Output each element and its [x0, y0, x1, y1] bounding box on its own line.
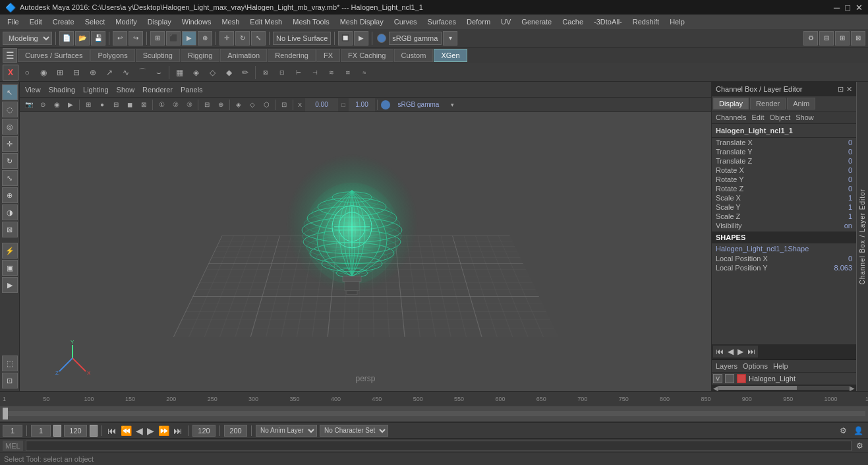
close-btn[interactable]: ✕	[855, 3, 863, 13]
vp-wire-shade-icon[interactable]: ⊟	[109, 98, 123, 111]
shelf-icon-mesh1[interactable]: ⊞	[52, 65, 68, 80]
select-tool-btn[interactable]: ↖	[2, 84, 18, 100]
range-max-input[interactable]	[224, 425, 247, 437]
menu-mesh-tools[interactable]: Mesh Tools	[288, 16, 333, 27]
vp-obj2-icon[interactable]: ◇	[246, 98, 259, 111]
layer-menu-layers[interactable]: Layers	[716, 362, 738, 370]
module-fx[interactable]: FX	[316, 49, 340, 62]
ch-translate-x[interactable]: Translate X 0	[712, 138, 856, 147]
history-btn[interactable]: ⚡	[2, 243, 18, 259]
render-view-btn[interactable]: ▣	[2, 260, 18, 276]
shelf-icon-mesh2[interactable]: ⊟	[69, 65, 84, 80]
module-custom[interactable]: Custom	[394, 49, 434, 62]
shelf-icon-deform2[interactable]: ≊	[340, 65, 356, 80]
attribute-editor-tab[interactable]: Channel Box / Layer Editor	[856, 82, 868, 391]
vp-menu-renderer[interactable]: Renderer	[142, 86, 173, 94]
layout-3-btn[interactable]: ⊠	[851, 31, 865, 46]
vp-scale-icon[interactable]: □	[339, 98, 348, 111]
current-frame-input[interactable]	[3, 425, 22, 437]
move-tool-btn[interactable]: ✛	[219, 31, 234, 46]
select-object-btn[interactable]: ▶	[182, 31, 196, 46]
ch-translate-z[interactable]: Translate Z 0	[712, 156, 856, 166]
viewport-3d[interactable]: persp Y X Z	[20, 112, 711, 391]
menu-surfaces[interactable]: Surfaces	[423, 16, 461, 27]
menu-windows[interactable]: Windows	[177, 16, 216, 27]
shelf-icon-arrow[interactable]: ↗	[101, 65, 117, 80]
playback-range-end[interactable]	[90, 425, 98, 437]
layer-menu-options[interactable]: Options	[743, 362, 768, 370]
pb-step-back[interactable]: ⏪	[119, 425, 133, 436]
char-set-select[interactable]: No Character Set	[320, 425, 388, 437]
ch-visibility[interactable]: Visibility on	[712, 221, 856, 230]
rotate-tool-left-btn[interactable]: ↻	[2, 153, 18, 169]
vp-translate-field[interactable]: 0.00	[305, 98, 338, 111]
shelf-icon-geo1[interactable]: ◈	[188, 65, 204, 80]
tab-anim[interactable]: Anim	[787, 98, 815, 109]
menu-curves[interactable]: Curves	[390, 16, 422, 27]
right-panel-scroll[interactable]: ◀ ▶	[712, 385, 856, 391]
menu-uv[interactable]: UV	[496, 16, 515, 27]
module-curves-surfaces[interactable]: Curves / Surfaces	[18, 49, 90, 62]
menu-deform[interactable]: Deform	[462, 16, 495, 27]
color-settings-btn[interactable]	[377, 34, 386, 43]
move-tool-left-btn[interactable]: ✛	[2, 136, 18, 152]
cb-float-btn[interactable]: ⊡	[838, 85, 844, 94]
render-small-btn[interactable]: ⬚	[2, 356, 18, 371]
mel-settings-btn[interactable]: ⚙	[854, 441, 865, 450]
menu-mesh[interactable]: Mesh	[217, 16, 244, 27]
bc-settings-btn[interactable]: ⚙	[838, 426, 849, 435]
module-menu-btn[interactable]: ☰	[3, 48, 17, 63]
scroll-track[interactable]	[718, 386, 850, 390]
module-polygons[interactable]: Polygons	[90, 49, 134, 62]
vp-obj3-icon[interactable]: ⬡	[260, 98, 273, 111]
vp-texture-icon[interactable]: ⊠	[137, 98, 150, 111]
cb-menu-show[interactable]: Show	[796, 113, 814, 121]
menu-edit-mesh[interactable]: Edit Mesh	[245, 16, 287, 27]
vp-shade-icon[interactable]: ◼	[123, 98, 136, 111]
anim-layer-select[interactable]: No Anim Layer	[256, 425, 317, 437]
scale-tool-left-btn[interactable]: ⤡	[2, 170, 18, 186]
vp-low-qual-icon[interactable]: ①	[155, 98, 168, 111]
rotate-tool-btn[interactable]: ↻	[235, 31, 250, 46]
shelf-icon-brush[interactable]: ✏	[237, 65, 253, 80]
cb-menu-channels[interactable]: Channels	[716, 113, 746, 121]
scroll-right-btn[interactable]: ▶	[850, 385, 855, 392]
vp-menu-view[interactable]: View	[25, 86, 41, 94]
maximize-btn[interactable]: □	[845, 3, 850, 13]
menu-mesh-display[interactable]: Mesh Display	[335, 16, 388, 27]
pb-goto-start[interactable]: ⏮	[106, 425, 118, 436]
vp-isolate-icon[interactable]: ⊡	[277, 98, 291, 111]
mel-input[interactable]	[26, 441, 852, 451]
snap-to-grid-btn[interactable]: ⊕	[198, 31, 212, 46]
vp-menu-panels[interactable]: Panels	[181, 86, 203, 94]
scroll-left-btn[interactable]: ◀	[713, 385, 718, 392]
shelf-icon-x[interactable]: X	[3, 65, 18, 80]
vp-grid-icon[interactable]: ⊟	[200, 98, 214, 111]
cb-menu-edit[interactable]: Edit	[751, 113, 764, 121]
playback-range-start[interactable]	[53, 425, 61, 437]
cb-arrow-right-end[interactable]: ⏭	[746, 347, 757, 356]
ipr-render-btn[interactable]: ▶	[354, 31, 368, 46]
gamma-dropdown[interactable]: ▾	[443, 31, 457, 46]
snap-together-btn[interactable]: ⊠	[2, 222, 18, 237]
module-rendering[interactable]: Rendering	[268, 49, 316, 62]
module-animation[interactable]: Animation	[220, 49, 267, 62]
open-scene-btn[interactable]: 📂	[75, 31, 90, 46]
vp-menu-lighting[interactable]: Lighting	[83, 86, 109, 94]
save-scene-btn[interactable]: 💾	[91, 31, 105, 46]
vp-gamma-drop[interactable]: ▾	[446, 98, 459, 111]
vp-cam3-icon[interactable]: ◉	[50, 98, 63, 111]
vp-obj1-icon[interactable]: ◈	[232, 98, 245, 111]
vp-heads-up-icon[interactable]: ⊕	[214, 98, 227, 111]
vp-playblast-icon[interactable]: ▶	[64, 98, 77, 111]
render-btn[interactable]: 🔲	[338, 31, 353, 46]
paint-select-btn[interactable]: ◎	[2, 119, 18, 135]
layout-1-btn[interactable]: ⊟	[819, 31, 834, 46]
ipr-btn[interactable]: ▶	[2, 277, 18, 293]
ch-translate-y[interactable]: Translate Y 0	[712, 147, 856, 156]
shelf-icon-tool1[interactable]: ⊠	[258, 65, 274, 80]
ch-rotate-x[interactable]: Rotate X 0	[712, 166, 856, 175]
module-rigging[interactable]: Rigging	[181, 49, 219, 62]
layer-visibility[interactable]: V	[713, 374, 722, 383]
ch-rotate-z[interactable]: Rotate Z 0	[712, 184, 856, 193]
